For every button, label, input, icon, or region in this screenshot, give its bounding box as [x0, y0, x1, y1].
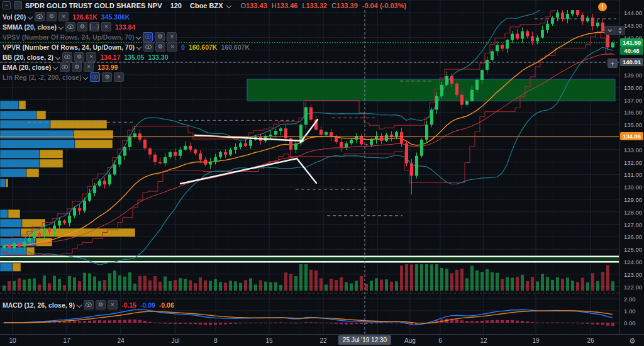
chevron-down-icon[interactable]: [136, 35, 141, 40]
add-alert-plus-button[interactable]: +: [608, 59, 618, 68]
chevron-down-icon[interactable]: [28, 14, 33, 20]
separator-dot: ·: [165, 3, 167, 9]
chevron-down-icon[interactable]: [55, 55, 60, 60]
chevron-down-icon: [608, 29, 613, 33]
indicator-row-vpvr: VPVR (Number Of Rows, 24, Up/Down, 70)⚙×…: [3, 43, 250, 51]
indicator-name[interactable]: Vol (20): [3, 13, 26, 21]
gear-icon[interactable]: ⚙: [77, 22, 87, 31]
indicator-row-vol: Vol (20)⚙×126.61K345.306K: [3, 13, 250, 21]
window-icon: [14, 1, 22, 9]
price-tick: 135.00: [624, 121, 642, 128]
indicator-name[interactable]: VPSV (Number Of Rows, 24, Up/Down, 70): [3, 33, 134, 41]
axis-settings-gear-icon[interactable]: ⚙: [629, 337, 636, 345]
price-tick: 124.00: [624, 259, 642, 265]
price-tick: 136.00: [624, 109, 642, 116]
indicator-value: -0.09: [140, 301, 155, 309]
gear-icon[interactable]: ⚙: [155, 42, 165, 52]
time-tick: 24: [117, 337, 124, 344]
indicator-value: -0.15: [121, 301, 136, 309]
bar-countdown-badge: 40:48: [620, 47, 643, 55]
indicator-value: 134.17: [100, 53, 120, 61]
macd-tick: 1.00: [624, 308, 636, 315]
indicator-value: 135.05: [124, 53, 144, 61]
eye-icon[interactable]: [60, 62, 70, 72]
indicator-value: 126.61K: [72, 13, 97, 21]
time-tick: Aug: [404, 337, 416, 344]
eye-icon[interactable]: [90, 72, 100, 82]
macd-pane: [3, 310, 614, 326]
indicator-row-bb: BB (20, close, 2)⚙×134.17135.05133.30: [3, 53, 250, 61]
time-tick: 8: [214, 337, 218, 344]
price-tick: 122.00: [624, 284, 642, 291]
chevron-down-icon[interactable]: [53, 65, 58, 70]
gear-icon[interactable]: ⚙: [96, 300, 106, 310]
eye-icon[interactable]: [62, 52, 72, 62]
price-axis[interactable]: 144.00143.00142.00141.00140.00139.00138.…: [619, 0, 644, 334]
indicator-name[interactable]: SMMA (20, close): [3, 23, 57, 31]
chevron-down-icon[interactable]: [58, 25, 64, 30]
symbol-header: − SPDR GOLD TRUST GOLD SHARES NPV · 120 …: [0, 0, 621, 11]
gear-icon[interactable]: ⚙: [102, 72, 112, 82]
indicator-name[interactable]: Lin Reg (2, -2, 200, close): [3, 74, 81, 81]
price-tick: 144.00: [624, 9, 642, 16]
scale-chevron-button[interactable]: [604, 26, 615, 35]
gear-icon[interactable]: ⚙: [47, 12, 57, 21]
crosshair-price-badge: 140.01: [620, 58, 643, 66]
source-code-icon[interactable]: {…}: [89, 22, 99, 31]
interval-label[interactable]: 120: [170, 2, 182, 9]
white-channel-band: [0, 257, 619, 262]
macd-legend: MACD (12, 26, close, 9)⚙×-0.15-0.09-0.06: [3, 301, 174, 311]
indicator-name[interactable]: EMA (20, close): [3, 64, 51, 71]
indicator-row-vpsv: VPSV (Number Of Rows, 24, Up/Down, 70)⚙×: [3, 33, 250, 41]
time-tick: 17: [63, 337, 70, 344]
up-down-arrows-icon: [618, 28, 623, 33]
price-tick: 131.00: [624, 171, 642, 178]
chevron-down-icon[interactable]: [83, 75, 88, 80]
price-tick: 138.00: [624, 84, 642, 91]
time-axis[interactable]: 101724Jul81522Aug612192625 Jul '19 12:30…: [0, 334, 644, 346]
price-tick: 123.00: [624, 271, 642, 278]
indicator-value: 0: [181, 43, 185, 51]
close-icon[interactable]: ×: [167, 32, 177, 42]
ohlc-item: H133.46: [272, 2, 298, 9]
close-icon[interactable]: ×: [167, 42, 177, 52]
chevron-down-icon[interactable]: [136, 45, 142, 50]
exchange-label[interactable]: Cboe BZX: [190, 2, 223, 9]
gear-icon[interactable]: ⚙: [74, 52, 84, 62]
eye-icon[interactable]: [35, 12, 45, 21]
white-trend-lines[interactable]: [180, 120, 318, 184]
price-tick: 137.00: [624, 97, 642, 104]
chevron-down-icon[interactable]: [77, 303, 82, 308]
close-icon[interactable]: ×: [114, 72, 124, 82]
price-tick: 126.00: [624, 233, 642, 240]
gear-icon[interactable]: ⚙: [72, 62, 82, 72]
collapse-icon[interactable]: −: [3, 1, 11, 9]
price-tick: 132.00: [624, 159, 642, 166]
eye-icon[interactable]: [143, 42, 153, 52]
indicator-name[interactable]: VPVR (Number Of Rows, 24, Up/Down, 70): [3, 43, 135, 51]
close-icon[interactable]: ×: [101, 22, 111, 31]
gear-icon[interactable]: ⚙: [155, 32, 165, 42]
price-tick: 125.00: [624, 246, 642, 253]
indicator-value: 160.607K: [189, 43, 218, 51]
eye-icon[interactable]: [84, 300, 94, 310]
maximize-pane-button[interactable]: [614, 26, 625, 35]
indicator-name[interactable]: BB (20, close, 2): [3, 53, 53, 61]
crosshair-time-badge: 25 Jul '19 12:30: [338, 335, 391, 345]
close-icon[interactable]: ×: [84, 62, 94, 72]
time-tick: Jul: [172, 337, 180, 344]
indicator-name[interactable]: MACD (12, 26, close, 9): [3, 301, 75, 309]
indicator-value: 133.30: [148, 53, 168, 61]
indicator-row-smma: SMMA (20, close)⚙{…}×133.84: [3, 23, 250, 31]
eye-icon[interactable]: [65, 22, 75, 31]
close-icon[interactable]: ×: [58, 12, 69, 21]
eye-icon[interactable]: [143, 32, 153, 42]
close-icon[interactable]: ×: [108, 300, 118, 310]
close-icon[interactable]: ×: [86, 52, 96, 62]
orange-level-badge: 134.06: [620, 132, 643, 140]
indicator-legend-stack: Vol (20)⚙×126.61K345.306KSMMA (20, close…: [3, 13, 250, 83]
price-tick: 139.00: [624, 72, 642, 79]
time-tick: 10: [9, 337, 16, 344]
chevron-down-icon[interactable]: [226, 3, 231, 8]
alert-notification-icon[interactable]: !: [598, 3, 607, 11]
